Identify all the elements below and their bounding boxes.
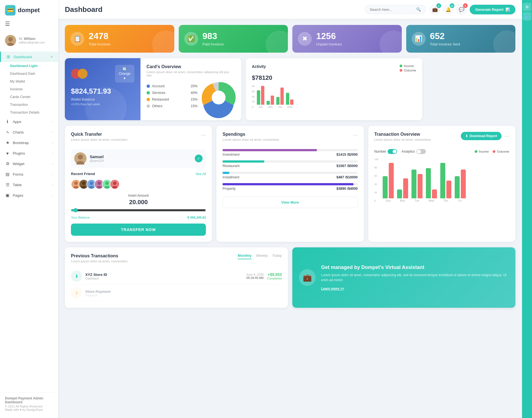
spendings-more-icon[interactable]: ⋯: [353, 132, 358, 138]
download-report-button[interactable]: ⬇ Download Report: [461, 132, 502, 140]
chevron-right-icon: ›: [52, 120, 53, 123]
to-more-icon[interactable]: ⋯: [504, 133, 509, 139]
sidebar-item-dashboard[interactable]: ⊞ Dashboard ▼: [0, 52, 58, 62]
va-title: Get managed by Dompet's Virtual Assistan…: [321, 265, 509, 270]
sidebar-footer: Dompet Payment Admin Dashboard © 2021 Al…: [0, 392, 58, 415]
pt-subtitle: Lorem ipsum dolor sit amet, consectetur: [71, 260, 128, 263]
bg-circle: [266, 30, 288, 53]
to-toggles: Number Analytics Income: [374, 149, 509, 154]
transaction-type: Cashback: [85, 277, 243, 280]
sidebar-item-pages[interactable]: ▣ Pages ›: [0, 190, 58, 201]
bell-icon-btn[interactable]: 🔔 12: [443, 4, 454, 15]
generate-report-button[interactable]: Generate Report 📊: [470, 5, 515, 14]
submenu-item-transaction[interactable]: Transaction: [10, 101, 58, 109]
forms-icon: ▤: [5, 172, 10, 177]
balance-value: $ 456,345.62: [187, 216, 206, 219]
total-sent-num: 652: [430, 31, 460, 41]
sidebar-item-plugins[interactable]: ♥ Plugins ›: [0, 148, 58, 158]
sidebar-item-table[interactable]: ☰ Table ›: [0, 179, 58, 190]
transfer-now-button[interactable]: TRANSFER NOW: [71, 224, 206, 236]
to-bar-fri-outcome: [461, 170, 466, 198]
submenu-item-cards-center[interactable]: Cards Center: [10, 93, 58, 101]
chat-icon-btn[interactable]: 💬 5: [456, 4, 467, 15]
pt-title: Previous Transactions: [71, 253, 128, 258]
analytics-toggle[interactable]: Analytics: [401, 149, 426, 154]
co-item-others: Others 15%: [147, 104, 198, 108]
to-label-mon: Mon: [400, 199, 405, 202]
person-handle: @sam224: [90, 159, 104, 162]
logo-icon: 💳: [5, 5, 16, 16]
palette-icon-btn[interactable]: 💧: [523, 12, 531, 20]
to-bar-thu-income: [440, 163, 445, 198]
see-all-link[interactable]: See All: [196, 172, 206, 176]
stat-card-total-sent: 📊 652 Total Invoices Sent: [406, 25, 516, 53]
to-bar-tue-outcome: [418, 174, 423, 198]
account-label: Account: [152, 84, 165, 88]
transfer-btn-label: TRANSFER NOW: [121, 227, 156, 232]
tab-monthly[interactable]: Monthly: [238, 253, 252, 259]
wallet-icon-btn[interactable]: 💼 2: [430, 4, 440, 15]
pt-tabs: Monthly Weekly Today: [238, 253, 282, 259]
search-input[interactable]: [370, 7, 414, 12]
sidebar-item-charts[interactable]: ∿ Charts ›: [0, 127, 58, 137]
submenu-item-dashboard-dark[interactable]: Dashboard Dark: [10, 70, 58, 78]
submenu-item-my-wallet[interactable]: My Wallet: [10, 78, 58, 85]
chevron-right-icon: ›: [52, 173, 53, 176]
restaurant-label: Restaurant: [152, 98, 169, 101]
hamburger-icon[interactable]: ☰: [0, 20, 58, 32]
sidebar-item-apps[interactable]: ℹ Apps ›: [0, 116, 58, 127]
others-dot: [147, 104, 150, 108]
view-more-button[interactable]: View More: [222, 197, 357, 208]
va-learn-more-link[interactable]: Learn more >>: [321, 287, 344, 291]
more-options-icon[interactable]: ⋯: [201, 132, 206, 138]
analytics-switch[interactable]: [416, 149, 426, 154]
stat-card-total-invoices: 📋 2478 Total Invoices: [65, 25, 174, 53]
tab-weekly[interactable]: Weekly: [256, 253, 268, 259]
transaction-time: 05:34:45 AM: [246, 276, 264, 279]
friend-avatar-6[interactable]: [110, 179, 120, 189]
va-icon: 💼: [299, 269, 316, 286]
search-box[interactable]: 🔍: [365, 5, 426, 14]
installment-bar: [222, 172, 229, 174]
sidebar-item-bootstrap[interactable]: ★ Bootstrap ›: [0, 137, 58, 148]
number-switch[interactable]: [388, 149, 397, 154]
slider-input[interactable]: [71, 208, 206, 212]
tab-today[interactable]: Today: [272, 253, 282, 259]
spendings-title: Spendings: [222, 132, 279, 137]
to-bar-fri: Fri: [455, 170, 466, 202]
sidebar-item-widget[interactable]: ⚙ Widget ›: [0, 158, 58, 169]
investment-label: Investment: [222, 153, 239, 157]
submenu-item-transaction-details[interactable]: Transaction Details: [10, 109, 58, 116]
sidebar-item-forms[interactable]: ▤ Forms ›: [0, 169, 58, 179]
settings-icon-btn[interactable]: ⚙: [523, 3, 531, 11]
bg-circle: [152, 30, 174, 53]
chevron-right-icon: ›: [52, 162, 53, 165]
submenu-item-invoices[interactable]: Invoices: [10, 85, 58, 93]
to-label-tue: Tue: [415, 199, 419, 202]
amount-slider[interactable]: [71, 208, 206, 214]
bar-sun-outcome: [261, 86, 264, 105]
bg-circle: [380, 30, 402, 53]
refresh-icon: 🔄: [122, 67, 127, 71]
qt-subtitle: Lorem ipsum dolor sit amet, consectetur: [71, 138, 128, 141]
amount-value: 20.000: [71, 199, 206, 206]
svg-point-8: [74, 181, 78, 185]
transaction-name-2: Store Payment: [85, 289, 282, 294]
pie-chart: [202, 81, 235, 114]
restaurant-bar: [222, 160, 264, 163]
balance-label: Your Balance: [71, 216, 90, 219]
restaurant-pct: 15%: [191, 98, 198, 101]
svg-point-11: [82, 181, 85, 185]
services-dot: [147, 91, 150, 94]
wallet-change-button[interactable]: 🔄 Change ▼: [115, 65, 134, 83]
number-toggle[interactable]: Number: [374, 149, 397, 154]
analytics-label: Analytics: [401, 150, 415, 153]
installment-label: Installment: [222, 175, 239, 179]
to-title: Transaction Overview: [374, 132, 431, 137]
services-label: Services: [152, 91, 165, 95]
mastercard-logo: [71, 69, 88, 79]
dashboard-submenu: Dashboard Light Dashboard Dark My Wallet…: [0, 62, 58, 116]
submenu-item-dashboard-light[interactable]: Dashboard Light: [10, 62, 58, 70]
recent-friend-label: Recent Friend: [71, 172, 95, 176]
transaction-type-2: Payment: [85, 294, 282, 297]
